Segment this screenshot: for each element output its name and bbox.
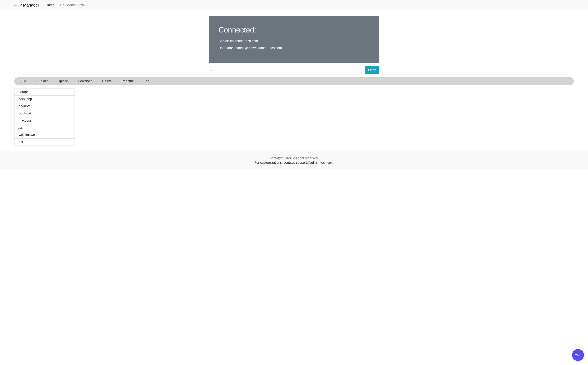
edit-button[interactable]: Edit (144, 79, 149, 83)
username-info: Username: adnan@laravel.adnan-tech.com (219, 46, 369, 50)
rename-button[interactable]: Rename (122, 79, 134, 83)
path-input[interactable] (209, 66, 365, 74)
nav-link-home[interactable]: Home (44, 2, 56, 9)
new-file-button[interactable]: + File (18, 79, 26, 83)
chevron-down-icon (86, 5, 87, 6)
new-folder-button[interactable]: + Folder (36, 79, 48, 83)
nav-user-dropdown[interactable]: Adnan Afzal (66, 2, 89, 9)
navbar: FTP Manager Home FTP Adnan Afzal (0, 0, 588, 10)
server-info: Server: ftp.adnan-tech.com (219, 39, 369, 43)
list-item[interactable]: index.php (14, 96, 75, 103)
list-item[interactable]: test (14, 139, 75, 146)
list-item[interactable]: robots.txt (14, 110, 75, 117)
fetch-button[interactable]: Fetch (365, 66, 379, 74)
connection-status-panel: Connected: Server: ftp.adnan-tech.com Us… (209, 16, 379, 63)
footer: Copyright 2024. All right reserved. For … (0, 151, 588, 169)
list-item[interactable]: storage (14, 89, 75, 96)
delete-button[interactable]: Delete (102, 79, 112, 83)
footer-contact: For customizations, contact: support@adn… (0, 161, 588, 165)
navbar-brand[interactable]: FTP Manager (14, 3, 39, 7)
nav-link-ftp[interactable]: FTP (56, 2, 66, 9)
path-row: Fetch (209, 66, 379, 74)
nav-user-name: Adnan Afzal (67, 3, 84, 7)
list-item[interactable]: .well-known (14, 131, 75, 139)
list-item[interactable]: css (14, 124, 75, 131)
download-button[interactable]: Download (78, 79, 92, 83)
connection-title: Connected: (219, 26, 369, 34)
list-item[interactable]: .ftpquota (14, 103, 75, 110)
list-item[interactable]: .htaccess (14, 117, 75, 124)
toolbar: + File + Folder Upload Download Delete R… (14, 77, 574, 85)
upload-button[interactable]: Upload (58, 79, 68, 83)
footer-copyright: Copyright 2024. All right reserved. (0, 156, 588, 160)
file-list: storage index.php .ftpquota robots.txt .… (14, 88, 75, 146)
